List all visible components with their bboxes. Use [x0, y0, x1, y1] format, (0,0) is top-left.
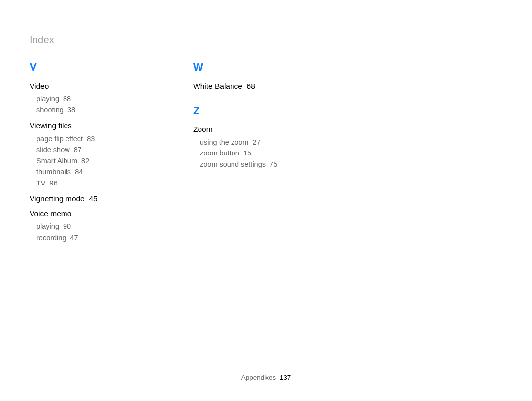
- column-v: V Video playing 88 shooting 38 Viewing f…: [30, 61, 148, 243]
- index-sub-thumbnails[interactable]: thumbnails 84: [30, 166, 148, 177]
- index-topic-vignetting[interactable]: Vignetting mode 45: [30, 194, 148, 203]
- index-topic-label: White Balance: [193, 82, 242, 90]
- index-sub-video-shooting[interactable]: shooting 38: [30, 104, 148, 115]
- index-topic-page: 68: [247, 82, 255, 90]
- index-sub-zoom-using[interactable]: using the zoom 27: [193, 137, 311, 148]
- index-page: Index V Video playing 88 shooting 38 Vie…: [0, 0, 532, 401]
- index-sub-video-playing[interactable]: playing 88: [30, 93, 148, 104]
- index-sub-page: 96: [50, 179, 58, 187]
- footer-page-number: 137: [280, 374, 291, 381]
- index-sub-page: 83: [87, 135, 95, 143]
- column-wz: W White Balance 68 Z Zoom using the zoom…: [193, 61, 311, 243]
- index-sub-tv[interactable]: TV 96: [30, 178, 148, 188]
- title-rule: [30, 49, 502, 49]
- index-sub-label: shooting: [36, 106, 64, 114]
- index-sub-page: 75: [269, 160, 277, 168]
- index-sub-label: Smart Album: [36, 157, 77, 165]
- index-sub-smart-album[interactable]: Smart Album 82: [30, 155, 148, 166]
- index-sub-page: 15: [243, 149, 251, 157]
- index-sub-label: playing: [36, 222, 59, 230]
- index-sub-page: 84: [75, 168, 83, 176]
- page-title: Index: [30, 34, 502, 46]
- index-sub-zoom-sound[interactable]: zoom sound settings 75: [193, 159, 311, 170]
- index-topic-voice-memo[interactable]: Voice memo: [30, 209, 148, 218]
- index-sub-label: zoom button: [200, 149, 239, 157]
- index-sub-page: 38: [67, 106, 75, 114]
- index-topic-white-balance[interactable]: White Balance 68: [193, 82, 311, 91]
- section-letter-w: W: [193, 61, 311, 74]
- index-sub-label: page flip effect: [36, 135, 83, 143]
- index-topic-label: Vignetting mode: [30, 194, 85, 203]
- index-topic-video[interactable]: Video: [30, 82, 148, 91]
- section-letter-z: Z: [193, 104, 311, 117]
- index-topic-viewing-files[interactable]: Viewing files: [30, 122, 148, 130]
- index-sub-page: 88: [63, 95, 71, 103]
- index-sub-label: thumbnails: [36, 168, 71, 176]
- footer-label: Appendixes: [241, 374, 276, 381]
- index-sub-label: using the zoom: [200, 138, 248, 146]
- index-topic-zoom[interactable]: Zoom: [193, 125, 311, 134]
- page-footer: Appendixes 137: [0, 374, 532, 381]
- index-sub-page: 27: [252, 138, 260, 146]
- index-sub-label: TV: [36, 179, 46, 187]
- columns: V Video playing 88 shooting 38 Viewing f…: [30, 61, 502, 243]
- index-sub-label: zoom sound settings: [200, 160, 266, 168]
- index-sub-label: recording: [36, 234, 66, 242]
- index-sub-page: 87: [74, 146, 82, 154]
- index-sub-voice-playing[interactable]: playing 90: [30, 221, 148, 232]
- index-sub-zoom-button[interactable]: zoom button 15: [193, 148, 311, 158]
- index-sub-page: 82: [81, 157, 89, 165]
- index-sub-page: 90: [63, 222, 71, 230]
- section-letter-v: V: [30, 61, 148, 74]
- index-topic-page: 45: [89, 194, 97, 203]
- index-sub-label: playing: [36, 95, 59, 103]
- index-sub-voice-recording[interactable]: recording 47: [30, 232, 148, 243]
- index-sub-slide-show[interactable]: slide show 87: [30, 144, 148, 155]
- index-sub-label: slide show: [36, 146, 70, 154]
- index-sub-page: 47: [70, 234, 78, 242]
- index-sub-page-flip[interactable]: page flip effect 83: [30, 133, 148, 144]
